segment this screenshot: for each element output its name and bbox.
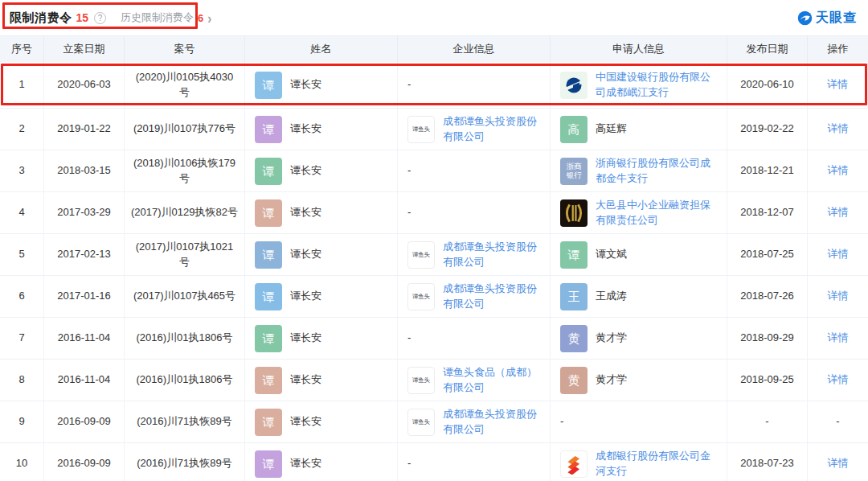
row-index-cell: 7 [0,318,44,359]
detail-link[interactable]: 详情 [828,456,849,471]
applicant-cell: 黄黄才学 [551,318,727,359]
applicant-name: 高廷辉 [596,121,627,137]
tanyutou-logo: 谭鱼头 [407,367,435,394]
person-name: 谭长安 [290,372,321,388]
section-count-badge: 15 [76,11,89,24]
col-header-no: 序号 [0,36,44,62]
applicant-name: 谭文斌 [596,247,627,262]
help-icon[interactable]: ? [94,12,106,24]
table-row: 102016-09-09(2016)川71执恢89号谭谭长安-成都银行股份有限公… [0,443,868,481]
detail-link[interactable]: 详情 [828,205,849,220]
action-cell: 详情 [808,62,868,108]
table-row: 22019-01-22(2019)川0107执776号谭谭长安谭鱼头成都谭鱼头投… [0,109,868,150]
person-name: 谭长安 [290,289,321,304]
person-name: 谭长安 [290,77,321,92]
applicant-link[interactable]: 成都银行股份有限公司金河支行 [596,449,720,479]
publish-date-cell: 2018-12-07 [727,192,808,233]
history-link[interactable]: 历史限制消费令 6 › [121,10,211,25]
applicant-cell: 高高廷辉 [551,109,727,150]
action-cell: 详情 [808,234,868,275]
col-header-filing-date: 立案日期 [44,36,125,62]
applicant-name: 黄才学 [596,331,627,346]
publish-date-cell: 2018-07-25 [727,234,808,275]
applicant-link[interactable]: 中国建设银行股份有限公司成都岷江支行 [596,70,720,101]
company-cell: 谭鱼头成都谭鱼头投资股份有限公司 [398,234,551,275]
applicant-avatar: 王 [560,283,588,310]
company-cell: 谭鱼头成都谭鱼头投资股份有限公司 [398,401,551,442]
detail-link[interactable]: 详情 [828,121,849,137]
filing-date-cell: 2016-11-04 [44,360,125,401]
section-title: 限制消费令 [10,10,72,26]
empty-dash: - [560,414,563,430]
case-number-cell: (2017)川0107执465号 [125,276,245,317]
empty-dash: - [407,331,411,346]
publish-date-cell: 2018-07-23 [727,443,808,481]
applicant-avatar: 高 [560,116,588,143]
filing-date-cell: 2017-03-29 [44,192,125,233]
case-number-cell: (2019)川0107执776号 [125,109,245,150]
row-index-cell: 4 [0,192,44,233]
applicant-link[interactable]: 浙商银行股份有限公司成都金牛支行 [596,156,720,187]
person-avatar: 谭 [255,199,282,227]
detail-link[interactable]: 详情 [828,289,849,304]
publish-date-cell: 2018-09-29 [727,318,808,359]
case-number-cell: (2017)川0107执1021号 [125,234,245,275]
person-cell: 谭谭长安 [245,318,398,359]
action-cell: 详情 [808,192,868,233]
person-cell: 谭谭长安 [245,401,398,442]
filing-date-cell: 2017-01-16 [44,276,125,317]
history-label: 历史限制消费令 [121,10,194,25]
detail-link[interactable]: 详情 [828,247,849,262]
table-row: 42017-03-29(2017)川0129执恢82号谭谭长安-大邑县中小企业融… [0,192,868,234]
person-name: 谭长安 [290,205,321,220]
row-index-cell: 10 [0,443,44,481]
detail-link[interactable]: 详情 [828,372,849,388]
table-row: 92016-09-09(2016)川71执恢89号谭谭长安谭鱼头成都谭鱼头投资股… [0,401,868,443]
applicant-avatar: 谭 [560,241,588,269]
applicant-avatar: 黄 [560,367,588,394]
row-index-cell: 6 [0,276,44,317]
company-cell: 谭鱼头谭鱼头食品（成都）有限公司 [398,360,551,401]
action-cell: 详情 [808,360,868,401]
company-cell: - [398,443,551,481]
person-avatar: 谭 [255,450,282,478]
tanyutou-logo: 谭鱼头 [407,283,435,310]
empty-dash: - [407,205,411,220]
publish-date-cell: - [727,401,808,442]
company-link[interactable]: 成都谭鱼头投资股份有限公司 [443,282,543,312]
col-header-case-no: 案号 [125,36,245,62]
case-number-cell: (2016)川71执恢89号 [125,443,245,481]
person-name: 谭长安 [290,456,321,471]
detail-link[interactable]: 详情 [828,331,849,346]
publish-date-cell: 2018-07-26 [727,276,808,317]
col-header-publish-date: 发布日期 [727,36,808,62]
empty-dash: - [407,163,411,179]
case-number-cell: (2017)川0129执恢82号 [125,192,245,233]
tanyutou-logo: 谭鱼头 [407,116,435,143]
action-cell: 详情 [808,443,868,481]
action-cell: - [808,401,868,442]
col-header-applicant-info: 申请人信息 [551,36,727,62]
applicant-cell: 大邑县中小企业融资担保有限责任公司 [551,192,727,233]
company-link[interactable]: 成都谭鱼头投资股份有限公司 [443,407,543,438]
person-cell: 谭谭长安 [245,62,398,108]
company-link[interactable]: 谭鱼头食品（成都）有限公司 [443,365,543,396]
consumption-restriction-page: 限制消费令 15 ? 历史限制消费令 6 › 天眼查 序号 立案日期 案号 姓名… [0,0,868,481]
detail-link[interactable]: 详情 [827,77,848,92]
tianyancha-logo-icon [797,10,813,26]
chengdu-bank-logo [560,450,588,478]
table-row: 12020-06-03(2020)川0105执4030号谭谭长安-中国建设银行股… [0,62,868,109]
row-index-cell: 2 [0,109,44,150]
company-link[interactable]: 成都谭鱼头投资股份有限公司 [443,240,543,270]
empty-dash: - [836,414,839,430]
person-name: 谭长安 [290,247,321,262]
row-index-cell: 5 [0,234,44,275]
person-avatar: 谭 [255,409,282,436]
company-link[interactable]: 成都谭鱼头投资股份有限公司 [443,114,543,145]
applicant-name: 王成涛 [596,289,627,304]
applicant-cell: 黄黄才学 [551,360,727,401]
filing-date-cell: 2020-06-03 [44,62,125,108]
action-cell: 详情 [808,276,868,317]
detail-link[interactable]: 详情 [828,163,849,179]
applicant-link[interactable]: 大邑县中小企业融资担保有限责任公司 [596,198,720,228]
